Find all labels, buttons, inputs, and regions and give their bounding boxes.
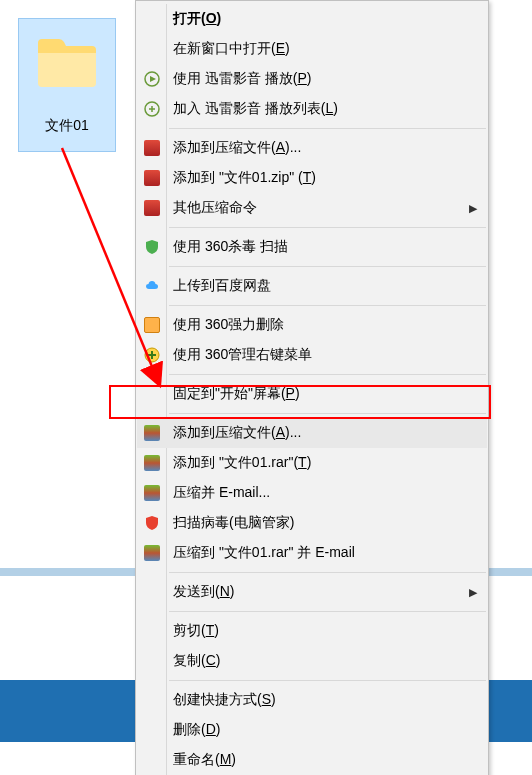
menu-cut[interactable]: 剪切(T): [137, 616, 487, 646]
separator: [169, 611, 486, 612]
menu-rename[interactable]: 重命名(M): [137, 745, 487, 775]
archive-icon: [143, 139, 161, 157]
folder-icon: [35, 33, 99, 89]
menu-label: 压缩并 E-mail...: [173, 484, 447, 502]
folder-label: 文件01: [45, 117, 89, 135]
menu-zip-email[interactable]: 压缩并 E-mail...: [137, 478, 487, 508]
menu-label: 压缩到 "文件01.rar" 并 E-mail: [173, 544, 447, 562]
menu-baidu-upload[interactable]: 上传到百度网盘: [137, 271, 487, 301]
separator: [169, 374, 486, 375]
separator: [169, 305, 486, 306]
context-menu: 打开(O) 在新窗口中打开(E) 使用 迅雷影音 播放(P) 加入 迅雷影音 播…: [135, 0, 489, 775]
menu-send-to[interactable]: 发送到(N) ▶: [137, 577, 487, 607]
cloud-icon: [143, 277, 161, 295]
menu-label: 打开(O): [173, 10, 447, 28]
menu-open[interactable]: 打开(O): [137, 4, 487, 34]
archive-icon: [143, 169, 161, 187]
menu-360-force-delete[interactable]: 使用 360强力删除: [137, 310, 487, 340]
menu-xunlei-playlist[interactable]: 加入 迅雷影音 播放列表(L): [137, 94, 487, 124]
menu-360-scan[interactable]: 使用 360杀毒 扫描: [137, 232, 487, 262]
menu-label: 剪切(T): [173, 622, 447, 640]
menu-label: 使用 360强力删除: [173, 316, 447, 334]
menu-label: 固定到"开始"屏幕(P): [173, 385, 447, 403]
menu-label: 扫描病毒(电脑管家): [173, 514, 447, 532]
separator: [169, 572, 486, 573]
submenu-arrow-icon: ▶: [469, 202, 477, 215]
plus-icon: [143, 346, 161, 364]
menu-label: 添加到 "文件01.rar"(T): [173, 454, 447, 472]
separator: [169, 227, 486, 228]
shredder-icon: [143, 316, 161, 334]
menu-label: 添加到压缩文件(A)...: [173, 139, 447, 157]
menu-zip-rar-email[interactable]: 压缩到 "文件01.rar" 并 E-mail: [137, 538, 487, 568]
menu-label: 重命名(M): [173, 751, 447, 769]
shield-icon: [143, 238, 161, 256]
menu-label: 删除(D): [173, 721, 447, 739]
menu-label: 上传到百度网盘: [173, 277, 447, 295]
menu-xunlei-play[interactable]: 使用 迅雷影音 播放(P): [137, 64, 487, 94]
archive-icon: [143, 199, 161, 217]
menu-add-archive-2345[interactable]: 添加到压缩文件(A)...: [137, 133, 487, 163]
play-icon: [143, 70, 161, 88]
menu-label: 加入 迅雷影音 播放列表(L): [173, 100, 447, 118]
separator: [169, 128, 486, 129]
menu-label: 复制(C): [173, 652, 447, 670]
separator: [169, 680, 486, 681]
folder-item[interactable]: 文件01: [18, 18, 116, 152]
menu-open-new-window[interactable]: 在新窗口中打开(E): [137, 34, 487, 64]
menu-label: 创建快捷方式(S): [173, 691, 447, 709]
menu-add-zip[interactable]: 添加到 "文件01.zip" (T): [137, 163, 487, 193]
menu-pin-start[interactable]: 固定到"开始"屏幕(P): [137, 379, 487, 409]
submenu-arrow-icon: ▶: [469, 586, 477, 599]
menu-label: 添加到 "文件01.zip" (T): [173, 169, 447, 187]
menu-other-compress[interactable]: 其他压缩命令 ▶: [137, 193, 487, 223]
menu-label: 使用 360管理右键菜单: [173, 346, 447, 364]
menu-create-shortcut[interactable]: 创建快捷方式(S): [137, 685, 487, 715]
separator: [169, 266, 486, 267]
menu-label: 使用 迅雷影音 播放(P): [173, 70, 447, 88]
separator: [169, 413, 486, 414]
winrar-icon: [143, 484, 161, 502]
menu-360-right-menu[interactable]: 使用 360管理右键菜单: [137, 340, 487, 370]
menu-copy[interactable]: 复制(C): [137, 646, 487, 676]
menu-label: 在新窗口中打开(E): [173, 40, 447, 58]
shield-icon: [143, 514, 161, 532]
menu-label: 添加到压缩文件(A)...: [173, 424, 447, 442]
winrar-icon: [143, 424, 161, 442]
menu-scan-virus[interactable]: 扫描病毒(电脑管家): [137, 508, 487, 538]
winrar-icon: [143, 544, 161, 562]
menu-add-rar[interactable]: 添加到 "文件01.rar"(T): [137, 448, 487, 478]
menu-label: 使用 360杀毒 扫描: [173, 238, 447, 256]
menu-delete[interactable]: 删除(D): [137, 715, 487, 745]
playlist-icon: [143, 100, 161, 118]
winrar-icon: [143, 454, 161, 472]
menu-add-archive-winrar[interactable]: 添加到压缩文件(A)...: [137, 418, 487, 448]
menu-label: 其他压缩命令: [173, 199, 447, 217]
menu-label: 发送到(N): [173, 583, 447, 601]
